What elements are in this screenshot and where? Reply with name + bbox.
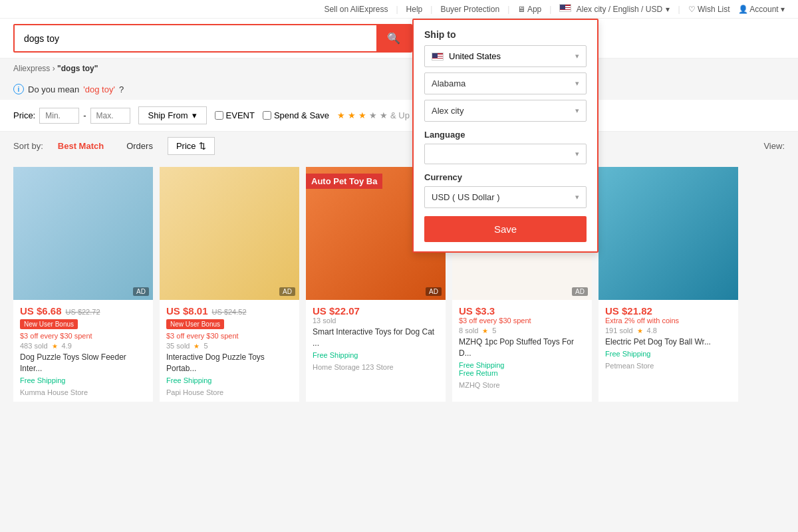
price-label: Price: — [13, 110, 35, 120]
account-link[interactable]: 👤 Account ▾ — [738, 5, 785, 14]
price-main: US $3.3 — [459, 305, 495, 317]
app-link[interactable]: 🖥 App — [517, 5, 541, 14]
star-icon: ★ — [52, 342, 58, 350]
product-title: Electric Pet Dog Toy Ball Wr... — [605, 336, 732, 348]
store-name[interactable]: Petmean Store — [605, 362, 732, 370]
product-image: AD — [160, 167, 299, 300]
sort-price-button[interactable]: Price ⇅ — [168, 137, 215, 155]
stars-filter[interactable]: ★ ★ ★ ★ ★ & Up — [337, 110, 410, 120]
stats-line: 191 sold ★4.8 — [605, 327, 732, 334]
ship-to-dropdown: Ship to United States ▾ Alabama ▾ Alex c… — [412, 19, 598, 253]
stats-line: 13 sold — [313, 317, 439, 325]
price-main: US $22.07 — [313, 305, 360, 317]
product-banner: Auto Pet Toy Ba — [306, 174, 382, 189]
star4-icon: ★ — [369, 110, 377, 120]
sort-orders-button[interactable]: Orders — [118, 138, 161, 154]
price-filter: Price: - — [13, 108, 130, 124]
star1-icon: ★ — [337, 110, 345, 120]
spend-save-filter[interactable]: Spend & Save — [263, 110, 329, 120]
top-nav: Sell on AliExpress | Help | Buyer Protec… — [0, 0, 798, 19]
event-filter[interactable]: EVENT — [215, 110, 255, 120]
stats-line: 483 sold ★4.9 — [20, 342, 146, 350]
product-info: US $8.01 US $24.52 New User Bonus $3 off… — [160, 300, 299, 402]
currency-selector[interactable]: USD ( US Dollar ) ▾ — [424, 186, 587, 208]
free-shipping: Free Shipping — [313, 351, 439, 359]
chevron-down-icon: ▾ — [666, 5, 670, 14]
wishlist-link[interactable]: ♡ Wish List — [688, 5, 730, 14]
language-selector[interactable]: ▾ — [424, 144, 587, 164]
location-label: Alex city / English / USD — [577, 5, 662, 14]
product-card[interactable]: AD US $6.68 US $22.72 New User Bonus $3 … — [13, 167, 153, 402]
price-original: US $24.52 — [212, 308, 247, 316]
star-icon: ★ — [637, 327, 643, 334]
price-main: US $21.82 — [605, 305, 652, 317]
breadcrumb: Aliexpress › "dogs toy" — [0, 59, 798, 78]
currency-value: USD ( US Dollar ) — [432, 192, 500, 202]
currency-chevron-icon: ▾ — [575, 193, 579, 201]
suggestion-link[interactable]: 'dog toy' — [83, 84, 115, 94]
buyer-protection-link[interactable]: Buyer Protection — [440, 5, 499, 14]
search-button[interactable]: 🔍 — [376, 25, 411, 51]
free-shipping: Free Shipping — [605, 350, 732, 358]
product-info: US $21.82 Extra 2% off with coins 191 so… — [598, 300, 738, 375]
ship-from-label: Ship From — [148, 110, 188, 120]
product-info: US $22.07 13 sold Smart Interactive Toys… — [306, 300, 446, 376]
stats-line: 8 sold ★5 — [459, 327, 585, 334]
sold-count: 191 sold — [605, 327, 633, 334]
save-button[interactable]: Save — [424, 216, 587, 242]
city-name: Alex city — [432, 106, 464, 116]
bonus-badge: New User Bonus — [166, 319, 224, 329]
star-icon: ★ — [482, 327, 488, 334]
breadcrumb-home[interactable]: Aliexpress — [13, 64, 50, 73]
product-card[interactable]: AD US $8.01 US $24.52 New User Bonus $3 … — [160, 167, 299, 402]
state-name: Alabama — [432, 78, 466, 88]
price-line: US $3.3 — [459, 305, 585, 317]
sort-best-match-button[interactable]: Best Match — [50, 138, 112, 154]
country-selector[interactable]: United States ▾ — [424, 45, 587, 67]
view-label: View: — [763, 141, 785, 151]
state-selector[interactable]: Alabama ▾ — [424, 72, 587, 94]
rating: 4.8 — [647, 327, 657, 334]
price-max-input[interactable] — [90, 108, 130, 124]
rating: 5 — [492, 327, 496, 334]
suggestion-bar: i Do you mean 'dog toy' ? — [0, 78, 798, 100]
store-name[interactable]: Kumma House Store — [20, 388, 146, 396]
location-selector[interactable]: Alex city / English / USD ▾ — [559, 4, 670, 14]
spend-save-checkbox[interactable] — [263, 111, 271, 120]
country-flag-icon — [432, 53, 444, 61]
price-line: US $8.01 US $24.52 — [166, 305, 293, 317]
sold-count: 35 sold — [166, 342, 190, 350]
star5-icon: ★ — [380, 110, 388, 120]
spend-save-label: Spend & Save — [274, 110, 329, 120]
discount-text: Extra 2% off with coins — [605, 317, 732, 325]
help-link[interactable]: Help — [406, 5, 423, 14]
product-card[interactable]: US $21.82 Extra 2% off with coins 191 so… — [598, 167, 738, 402]
products-grid: AD US $6.68 US $22.72 New User Bonus $3 … — [0, 160, 798, 408]
sell-link[interactable]: Sell on AliExpress — [324, 5, 388, 14]
ad-badge: AD — [426, 287, 442, 296]
city-selector[interactable]: Alex city ▾ — [424, 100, 587, 122]
ship-to-title: Ship to — [424, 29, 587, 40]
search-input[interactable] — [15, 27, 376, 51]
sort-price-arrow-icon: ⇅ — [199, 141, 206, 151]
store-name[interactable]: MZHQ Store — [459, 381, 585, 389]
event-checkbox[interactable] — [215, 111, 223, 120]
rating: 5 — [203, 342, 207, 350]
price-min-input[interactable] — [39, 108, 79, 124]
ship-from-button[interactable]: Ship From ▾ — [138, 106, 207, 124]
store-name[interactable]: Papi House Store — [166, 388, 293, 396]
search-input-wrapper: 🔍 — [13, 24, 412, 53]
discount-text: $3 off every $30 spent — [459, 317, 585, 325]
breadcrumb-query: "dogs toy" — [57, 64, 98, 73]
price-line: US $22.07 — [313, 305, 439, 317]
country-chevron-icon: ▾ — [575, 52, 579, 61]
product-title: Dog Puzzle Toys Slow Feeder Inter... — [20, 352, 146, 374]
star3-icon: ★ — [358, 110, 366, 120]
suggestion-text: Do you mean — [28, 84, 79, 94]
state-chevron-icon: ▾ — [575, 79, 579, 88]
star2-icon: ★ — [348, 110, 356, 120]
bonus-badge: New User Bonus — [20, 319, 78, 329]
suggestion-suffix: ? — [119, 84, 124, 94]
currency-label: Currency — [424, 172, 587, 182]
store-name[interactable]: Home Storage 123 Store — [313, 363, 439, 371]
